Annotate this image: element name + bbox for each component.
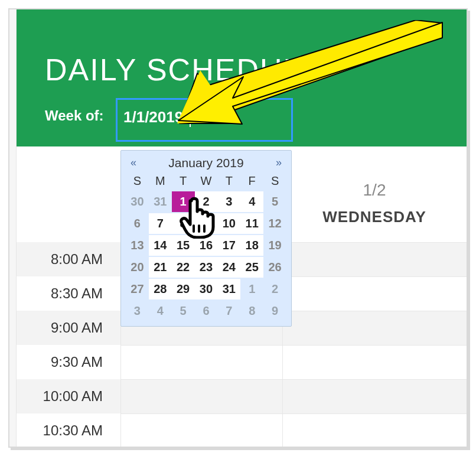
time-row: 10:30 AM — [17, 413, 467, 448]
calendar-day[interactable]: 31 — [149, 191, 172, 212]
schedule-cell[interactable] — [282, 379, 467, 413]
calendar-day[interactable]: 19 — [263, 235, 286, 256]
time-row: 9:30 AM — [17, 345, 467, 379]
calendar-day[interactable]: 16 — [195, 235, 218, 256]
text-caret — [190, 107, 191, 127]
time-label: 10:00 AM — [17, 388, 120, 405]
schedule-frame: DAILY SCHEDULE Week of: 1/1/2019 1/2 WED… — [8, 8, 468, 448]
calendar-day[interactable]: 13 — [126, 235, 149, 256]
calendar-day[interactable]: 30 — [126, 191, 149, 212]
prev-month-button[interactable]: « — [127, 154, 140, 171]
calendar-day[interactable]: 28 — [149, 279, 172, 299]
calendar-day[interactable]: 31 — [217, 279, 240, 299]
calendar-day[interactable]: 29 — [172, 279, 195, 299]
calendar-day[interactable]: 15 — [172, 235, 195, 256]
calendar-day[interactable]: 8 — [240, 301, 263, 321]
schedule-cell[interactable] — [282, 345, 467, 379]
row-header-strip — [9, 9, 17, 447]
schedule-cell[interactable] — [282, 242, 467, 276]
schedule-cell[interactable] — [120, 413, 282, 448]
next-month-button[interactable]: » — [272, 154, 285, 171]
calendar-day[interactable]: 8 — [172, 213, 195, 234]
calendar-day[interactable]: 22 — [172, 257, 195, 278]
dow-label: S — [263, 172, 286, 190]
week-of-date-cell[interactable]: 1/1/2019 — [116, 98, 293, 142]
page-title: DAILY SCHEDULE — [45, 52, 323, 87]
calendar-day[interactable]: 21 — [149, 257, 172, 278]
time-label: 9:00 AM — [17, 320, 120, 336]
dow-label: T — [217, 172, 240, 190]
calendar-day[interactable]: 18 — [240, 235, 263, 256]
calendar-day[interactable]: 7 — [149, 213, 172, 234]
calendar-day[interactable]: 17 — [217, 235, 240, 256]
calendar-day[interactable]: 6 — [126, 213, 149, 234]
dow-label: F — [240, 172, 263, 190]
calendar-day[interactable]: 23 — [195, 257, 218, 278]
calendar-day[interactable]: 11 — [240, 213, 263, 234]
schedule-cell[interactable] — [120, 379, 282, 413]
dow-label: T — [172, 172, 195, 190]
schedule-cell[interactable] — [120, 345, 282, 379]
week-of-date-value: 1/1/2019 — [123, 108, 183, 126]
calendar-day[interactable]: 3 — [126, 301, 149, 321]
calendar-day[interactable]: 9 — [195, 213, 218, 234]
time-label: 8:00 AM — [17, 251, 120, 268]
calendar-day[interactable]: 25 — [240, 257, 263, 278]
schedule-cell[interactable] — [282, 276, 467, 311]
calendar-day[interactable]: 26 — [263, 257, 286, 278]
calendar-day[interactable]: 30 — [195, 279, 218, 299]
day-column-header: 1/2 WEDNESDAY — [282, 146, 467, 241]
calendar-day[interactable]: 7 — [217, 301, 240, 321]
date-picker-grid: SMTWTFS303112345678910111213141516171819… — [126, 172, 286, 321]
time-label: 9:30 AM — [17, 354, 120, 370]
date-picker-popup[interactable]: « January 2019 » SMTWTFS3031123456789101… — [120, 150, 292, 327]
schedule-cell[interactable] — [282, 311, 467, 345]
calendar-day[interactable]: 2 — [195, 191, 218, 212]
calendar-day[interactable]: 5 — [263, 191, 286, 212]
calendar-day[interactable]: 4 — [240, 191, 263, 212]
calendar-day[interactable]: 1 — [172, 191, 195, 212]
calendar-day[interactable]: 24 — [217, 257, 240, 278]
calendar-day[interactable]: 20 — [126, 257, 149, 278]
calendar-day[interactable]: 27 — [126, 279, 149, 299]
header-banner: DAILY SCHEDULE Week of: 1/1/2019 — [17, 9, 467, 146]
time-label: 8:30 AM — [17, 285, 120, 302]
time-label: 10:30 AM — [17, 422, 120, 439]
week-of-label: Week of: — [45, 108, 104, 124]
calendar-day[interactable]: 12 — [263, 213, 286, 234]
calendar-day[interactable]: 5 — [172, 301, 195, 321]
schedule-cell[interactable] — [282, 413, 467, 448]
dow-label: S — [126, 172, 149, 190]
day-column-name: WEDNESDAY — [282, 208, 467, 226]
calendar-day[interactable]: 10 — [217, 213, 240, 234]
calendar-day[interactable]: 9 — [263, 301, 286, 321]
dow-label: W — [195, 172, 218, 190]
day-column-date: 1/2 — [282, 181, 467, 200]
dow-label: M — [149, 172, 172, 190]
time-row: 10:00 AM — [17, 379, 467, 413]
calendar-day[interactable]: 14 — [149, 235, 172, 256]
month-year-label[interactable]: January 2019 — [168, 156, 243, 170]
calendar-day[interactable]: 1 — [240, 279, 263, 299]
calendar-day[interactable]: 6 — [195, 301, 218, 321]
calendar-day[interactable]: 2 — [263, 279, 286, 299]
calendar-day[interactable]: 4 — [149, 301, 172, 321]
calendar-day[interactable]: 3 — [217, 191, 240, 212]
date-picker-header: « January 2019 » — [126, 154, 286, 172]
